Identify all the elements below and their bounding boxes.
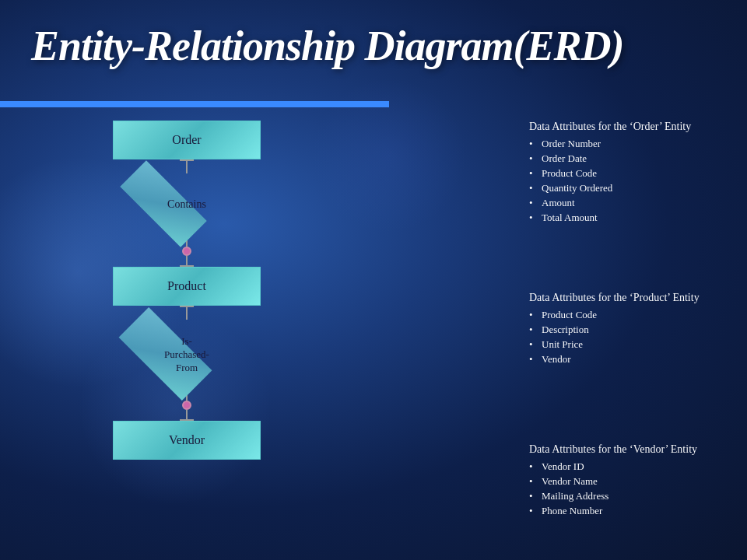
vendor-entity-label: Vendor (169, 433, 205, 447)
page-title: Entity-Relationship Diagram(ERD) (31, 22, 624, 70)
product-data-panel: Data Attributes for the ‘Product’ Entity… (529, 292, 724, 368)
order-attr-3: Product Code (529, 167, 724, 180)
order-data-panel: Data Attributes for the ‘Order’ Entity O… (529, 121, 724, 226)
order-entity-label: Order (172, 133, 201, 147)
order-attr-5: Amount (529, 197, 724, 209)
product-attr-3: Unit Price (529, 338, 724, 351)
vendor-panel-list: Vendor ID Vendor Name Mailing Address Ph… (529, 460, 724, 517)
order-attr-2: Order Date (529, 152, 724, 165)
vendor-panel-title: Data Attributes for the ‘Vendor’ Entity (529, 443, 724, 456)
product-entity: Product (113, 267, 261, 306)
order-panel-title: Data Attributes for the ‘Order’ Entity (529, 121, 724, 133)
content-area: Entity-Relationship Diagram(ERD) Order C… (0, 0, 747, 560)
connector-product-rel-top (186, 306, 188, 320)
product-panel-list: Product Code Description Unit Price Vend… (529, 309, 724, 366)
order-panel-list: Order Number Order Date Product Code Qua… (529, 138, 724, 224)
vendor-attr-2: Vendor Name (529, 475, 724, 488)
is-purchased-label: Is-Purchased-From (144, 335, 230, 375)
product-attr-4: Vendor (529, 353, 724, 366)
vendor-data-panel: Data Attributes for the ‘Vendor’ Entity … (529, 443, 724, 520)
order-attr-6: Total Amount (529, 212, 724, 224)
title-underline (0, 101, 389, 107)
product-attr-1: Product Code (529, 309, 724, 321)
is-purchased-diamond-wrapper: Is-Purchased-From (117, 320, 257, 390)
connector-dot-2 (182, 401, 191, 410)
order-entity: Order (113, 121, 261, 159)
vendor-entity: Vendor (113, 421, 261, 460)
tick-top-2 (180, 306, 194, 307)
connector-order-contains-top (186, 159, 188, 173)
order-attr-4: Quantity Ordered (529, 182, 724, 194)
product-entity-label: Product (167, 279, 206, 293)
tick-top (180, 159, 194, 161)
connector-dot-1 (182, 247, 191, 256)
connector-before-vendor (186, 410, 188, 421)
product-panel-title: Data Attributes for the ‘Product’ Entity (529, 292, 724, 304)
vendor-attr-3: Mailing Address (529, 490, 724, 502)
erd-diagram: Order Contains Product Is-Purchased-From (47, 121, 327, 460)
product-attr-2: Description (529, 324, 724, 336)
contains-diamond-wrapper: Contains (117, 173, 257, 236)
vendor-attr-4: Phone Number (529, 505, 724, 517)
connector-before-product (186, 256, 188, 267)
contains-label: Contains (167, 198, 206, 211)
order-attr-1: Order Number (529, 138, 724, 150)
vendor-attr-1: Vendor ID (529, 460, 724, 473)
